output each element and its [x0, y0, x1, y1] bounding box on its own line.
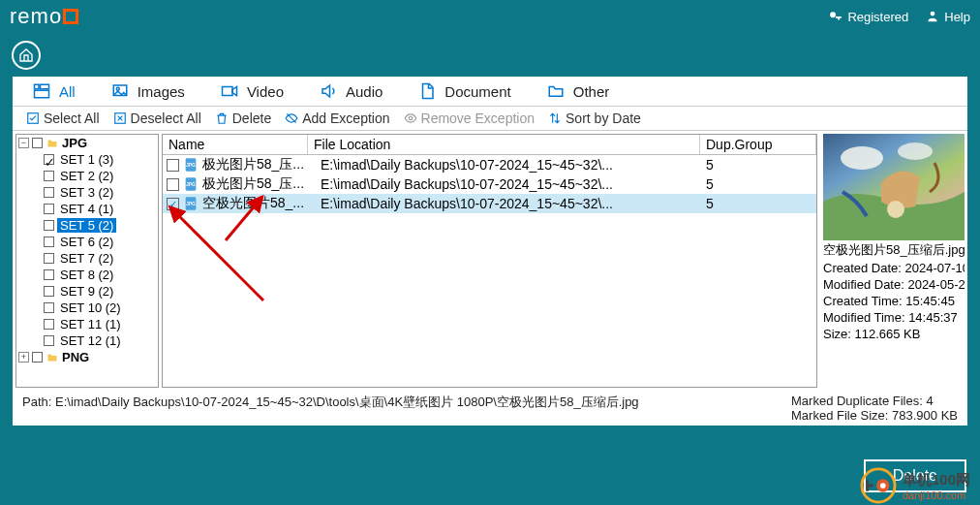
preview-filename: 空极光图片58_压缩后.jpg	[823, 240, 965, 260]
file-row[interactable]: JPG 极光图片58_压... E:\imad\Daily Backups\10…	[163, 174, 816, 194]
tree-node-set[interactable]: SET 12 (1)	[16, 332, 158, 349]
deselect-all-button[interactable]: Deselect All	[113, 110, 201, 126]
checkbox[interactable]	[44, 237, 54, 247]
svg-text:JPG: JPG	[186, 202, 196, 206]
checkbox[interactable]: ✓	[44, 154, 54, 165]
sort-button[interactable]: Sort by Date	[548, 110, 641, 126]
tree-node-set[interactable]: SET 9 (2)	[16, 283, 158, 300]
title-bar: remo Registered Help	[0, 0, 980, 33]
preview-created-date: Created Date: 2024-07-10	[823, 260, 965, 276]
folder-tree[interactable]: −JPG ✓SET 1 (3)SET 2 (2)SET 3 (2)SET 4 (…	[15, 134, 159, 388]
checkbox[interactable]	[44, 269, 54, 280]
file-dupgroup: 5	[706, 196, 812, 211]
video-icon	[220, 82, 239, 100]
home-button[interactable]	[12, 41, 41, 70]
col-name[interactable]: Name	[163, 135, 308, 154]
checkbox-icon	[26, 111, 40, 125]
person-icon	[926, 10, 939, 23]
tree-node-set[interactable]: ✓SET 1 (3)	[16, 151, 158, 168]
select-all-button[interactable]: Select All	[26, 110, 100, 126]
file-location: E:\imad\Daily Backups\10-07-2024_15~45~3…	[321, 196, 702, 211]
tree-node-png[interactable]: +PNG	[16, 349, 158, 365]
jpg-file-icon: JPG	[183, 157, 199, 173]
row-checkbox[interactable]	[167, 159, 179, 172]
tree-node-set[interactable]: SET 6 (2)	[16, 234, 158, 250]
all-icon	[32, 82, 51, 100]
checkbox[interactable]	[44, 220, 54, 231]
checkbox[interactable]	[44, 204, 54, 214]
document-icon	[417, 82, 437, 100]
file-list-header: Name File Location Dup.Group	[163, 135, 816, 155]
checkbox[interactable]	[44, 253, 54, 264]
svg-rect-1	[35, 84, 40, 89]
svg-point-0	[931, 12, 935, 16]
svg-point-21	[880, 483, 886, 489]
checkbox[interactable]	[44, 171, 54, 181]
tree-node-set[interactable]: SET 5 (2)	[16, 217, 158, 234]
svg-rect-2	[41, 84, 49, 89]
col-location[interactable]: File Location	[308, 135, 700, 154]
jpg-file-icon: JPG	[183, 196, 199, 211]
eye-icon	[404, 111, 417, 125]
svg-point-18	[887, 201, 904, 218]
action-toolbar: Select All Deselect All Delete Add Excep…	[13, 107, 967, 131]
svg-point-17	[898, 142, 933, 160]
eye-off-icon	[285, 111, 298, 125]
registered-button[interactable]: Registered	[829, 10, 908, 24]
add-exception-button[interactable]: Add Exception	[285, 110, 389, 126]
preview-modified-date: Modified Date: 2024-05-2	[823, 276, 965, 293]
folder-icon	[46, 352, 59, 363]
checkbox[interactable]	[44, 187, 54, 198]
checkbox[interactable]	[44, 302, 54, 313]
svg-rect-3	[35, 90, 49, 98]
preview-modified-time: Modified Time: 14:45:37	[823, 309, 965, 326]
remove-exception-button: Remove Exception	[404, 110, 536, 126]
tree-node-set[interactable]: SET 2 (2)	[16, 168, 158, 184]
tab-document[interactable]: Document	[417, 82, 510, 100]
tree-node-set[interactable]: SET 3 (2)	[16, 184, 158, 201]
folder-icon	[546, 82, 566, 100]
audio-icon	[319, 82, 338, 100]
key-icon	[829, 10, 842, 23]
file-location: E:\imad\Daily Backups\10-07-2024_15~45~3…	[321, 176, 702, 192]
file-name: 极光图片58_压...	[202, 175, 317, 193]
svg-rect-6	[222, 87, 232, 96]
delete-button[interactable]: Delete	[215, 110, 271, 126]
svg-point-16	[841, 146, 883, 170]
svg-point-5	[116, 87, 119, 90]
tree-node-set[interactable]: SET 7 (2)	[16, 250, 158, 267]
tab-other[interactable]: Other	[546, 82, 610, 100]
watermark: 单机100网 danji100.com	[860, 467, 970, 504]
tab-images[interactable]: Images	[110, 82, 185, 100]
checkbox[interactable]	[44, 335, 54, 346]
tab-video[interactable]: Video	[220, 82, 284, 100]
file-row[interactable]: JPG 极光图片58_压... E:\imad\Daily Backups\10…	[163, 155, 816, 174]
images-icon	[110, 82, 130, 100]
tree-node-set[interactable]: SET 8 (2)	[16, 267, 158, 283]
file-name: 空极光图片58_...	[202, 195, 317, 212]
trash-icon	[215, 111, 229, 125]
tab-audio[interactable]: Audio	[319, 82, 383, 100]
row-checkbox[interactable]	[167, 198, 179, 210]
watermark-logo-icon	[860, 467, 897, 504]
help-button[interactable]: Help	[926, 10, 970, 24]
folder-icon	[46, 138, 59, 149]
sort-icon	[548, 111, 562, 125]
tree-node-set[interactable]: SET 4 (1)	[16, 201, 158, 217]
preview-created-time: Created Time: 15:45:45	[823, 293, 965, 309]
checkbox[interactable]	[44, 286, 54, 297]
main-panel: All Images Video Audio Document Other	[12, 76, 968, 426]
svg-text:JPG: JPG	[186, 182, 196, 187]
uncheck-icon	[113, 111, 127, 125]
tree-node-set[interactable]: SET 10 (2)	[16, 300, 158, 316]
svg-text:JPG: JPG	[186, 163, 196, 168]
row-checkbox[interactable]	[167, 178, 179, 191]
tab-all[interactable]: All	[32, 82, 76, 100]
col-dupgroup[interactable]: Dup.Group	[700, 135, 816, 154]
tree-node-set[interactable]: SET 11 (1)	[16, 316, 158, 332]
file-location: E:\imad\Daily Backups\10-07-2024_15~45~3…	[321, 157, 702, 173]
checkbox[interactable]	[44, 319, 54, 330]
tree-node-jpg[interactable]: −JPG	[16, 135, 158, 151]
file-row[interactable]: JPG 空极光图片58_... E:\imad\Daily Backups\10…	[163, 194, 816, 213]
jpg-file-icon: JPG	[183, 176, 199, 192]
